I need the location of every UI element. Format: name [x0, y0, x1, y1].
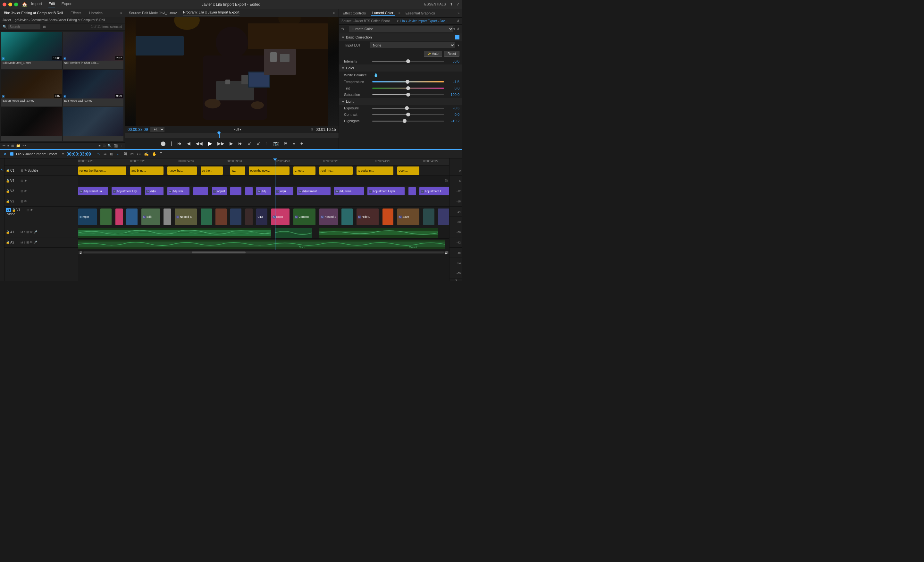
track-a2-settings-icon[interactable]: ⊞ [26, 240, 29, 244]
track-a1-eye-icon[interactable]: 👁 [30, 230, 33, 234]
lumetri-color-tab[interactable]: Lumetri Color [371, 10, 394, 16]
basic-correction-checkbox[interactable] [455, 35, 459, 39]
track-v1-lock[interactable]: 🔒 [12, 208, 16, 212]
bin-tab-libraries[interactable]: Libraries [87, 10, 104, 15]
scroll-right-btn[interactable]: ▸ [446, 251, 448, 254]
preview-settings-icon[interactable]: ⚙ [310, 128, 313, 131]
effects-source-dropdown[interactable]: ▾ [397, 19, 399, 23]
export-button[interactable]: ⊟ [282, 140, 289, 147]
fx-reset-icon[interactable]: ↺ [456, 27, 459, 31]
next-clip-button[interactable]: ▶▶ [216, 140, 226, 147]
bin-view-icon[interactable]: ⊞ [43, 25, 46, 29]
track-v4-lock[interactable]: 🔒 [6, 179, 10, 183]
exposure-slider[interactable] [372, 108, 444, 109]
subtitle-clip-4[interactable]: so the... [201, 167, 223, 175]
mark-out-button[interactable]: | [170, 140, 174, 147]
camera-button[interactable]: 📷 [272, 140, 280, 147]
bin-item[interactable]: ▣ 9:09 Edit Mode Javi_0.mov [63, 70, 124, 107]
v3-adj-5[interactable] [194, 187, 208, 195]
track-select-tool[interactable]: ⇒ [103, 151, 108, 157]
track-v2-lock[interactable]: 🔒 [6, 200, 10, 203]
effects-expand-icon[interactable]: » [458, 11, 459, 15]
scrollbar-track[interactable] [83, 251, 444, 253]
ripple-edit-tool[interactable]: ⊞ [109, 151, 114, 157]
v1-clip-misc4[interactable] [438, 209, 449, 225]
subtitle-clip-9[interactable]: to social m... [357, 167, 394, 175]
track-a1-mic-icon[interactable]: 🎤 [33, 230, 37, 234]
lumetri-menu-icon[interactable]: ≡ [399, 12, 400, 15]
v3-adj-11[interactable]: fxAdjustment L [297, 187, 330, 195]
bin-search-icon2[interactable]: 🔍 [107, 144, 112, 148]
v3-adj-12[interactable]: fxAdjustme [334, 187, 364, 195]
v3-adj-3[interactable]: fxAdju [145, 187, 164, 195]
insert-button[interactable]: ↙ [246, 140, 253, 147]
timeline-tool-arrow[interactable]: ↖ [1, 167, 4, 172]
bin-item[interactable] [1, 107, 62, 141]
input-lut-select[interactable]: None [370, 42, 455, 48]
a1-waveform-3[interactable] [320, 228, 438, 238]
intensity-slider[interactable] [372, 61, 444, 62]
track-c1-lock[interactable]: 🔒 [6, 169, 10, 172]
v3-adj-6[interactable]: fxAdjust [212, 187, 226, 195]
nav-import[interactable]: Import [31, 2, 42, 8]
v1-clip-8[interactable] [201, 209, 212, 225]
track-v3-eye-icon[interactable]: 👁 [24, 189, 27, 193]
bin-film-icon[interactable]: 🎬 [114, 144, 118, 148]
bin-tool-pencil[interactable]: ✏ [3, 144, 6, 148]
bin-tool-grid[interactable]: ⊞ [11, 144, 14, 148]
bin-expand-icon[interactable]: » [120, 11, 122, 15]
v1-clip-6[interactable] [164, 209, 171, 225]
track-v2-eye-icon[interactable]: 👁 [24, 200, 27, 203]
contrast-slider[interactable] [372, 114, 444, 115]
track-v1-eye-icon[interactable]: 👁 [30, 208, 33, 212]
v3-adj-8[interactable] [245, 187, 253, 195]
type-tool[interactable]: T [159, 151, 163, 157]
razor-tool[interactable]: ✂ [129, 151, 135, 157]
track-v4-eye-icon[interactable]: 👁 [24, 179, 27, 183]
bin-add-icon[interactable]: + [120, 144, 122, 148]
v1-clip-9[interactable] [216, 209, 226, 225]
v1-clip-c13[interactable]: C13 [256, 209, 267, 225]
v3-adj-14[interactable] [408, 187, 416, 195]
scroll-left-btn[interactable]: ◂ [80, 251, 82, 254]
v1-clip-nested2[interactable]: fxNested S [320, 209, 338, 225]
scrollbar-thumb[interactable] [192, 251, 246, 253]
subtitle-clip-1[interactable]: review the files on ... [78, 167, 126, 175]
timeline-menu-icon[interactable] [10, 152, 14, 156]
light-section-header[interactable]: ▼ Light [339, 98, 462, 105]
subtitle-clip-8[interactable]: And Pre... [320, 167, 352, 175]
lut-dropdown-icon[interactable]: ▾ [458, 43, 459, 48]
track-v3-settings-icon[interactable]: ⊞ [21, 189, 23, 193]
timeline-scrollbar[interactable]: ◂ ▸ [78, 250, 449, 254]
temperature-slider[interactable] [372, 81, 444, 83]
v1-clip-hideleft[interactable]: fxHide L [357, 209, 379, 225]
track-v2-settings-icon[interactable]: ⊞ [21, 200, 23, 203]
track-c1-settings-icon[interactable]: ⊞ [21, 169, 23, 172]
step-back-button[interactable]: ⏮ [176, 140, 183, 147]
essentials-label[interactable]: ESSENTIALS [424, 2, 446, 6]
v1-clip-2[interactable] [100, 209, 112, 225]
v1-clip-misc3[interactable] [423, 209, 434, 225]
v3-adj-4[interactable]: fxAdjustm [167, 187, 189, 195]
track-a1-s[interactable]: S [24, 231, 26, 234]
timeline-menu-btn[interactable]: ≡ [62, 152, 64, 156]
track-a2-mic-icon[interactable]: 🎤 [33, 240, 37, 244]
bin-tool-list[interactable]: ≡ [8, 144, 9, 148]
play-button[interactable]: ▶ [207, 139, 213, 147]
subtitle-clip-10[interactable]: Use t... [397, 167, 419, 175]
v3-adj-1[interactable]: fxAdjustment La [78, 187, 108, 195]
slip-tool[interactable]: ⊶ [136, 151, 142, 157]
v3-adj-10[interactable]: fxAdju [275, 187, 293, 195]
share-icon[interactable]: ⬆ [450, 2, 453, 6]
add-button[interactable]: + [299, 140, 304, 147]
home-icon[interactable]: 🏠 [22, 2, 27, 7]
bin-item[interactable]: ▣ 7:07 No Premiere in Shot Editi... [63, 32, 124, 69]
track-a1-lock[interactable]: 🔒 [6, 230, 10, 234]
v1-clip-misc1[interactable] [342, 209, 352, 225]
subtitle-clip-3[interactable]: A new he... [167, 167, 197, 175]
v1-clip-10[interactable] [230, 209, 242, 225]
track-a1-m[interactable]: M [21, 231, 23, 234]
a2-waveform[interactable]: Con Const [78, 240, 446, 249]
track-a1-settings-icon[interactable]: ⊞ [26, 230, 29, 234]
v1-clip-misc2[interactable] [382, 209, 394, 225]
